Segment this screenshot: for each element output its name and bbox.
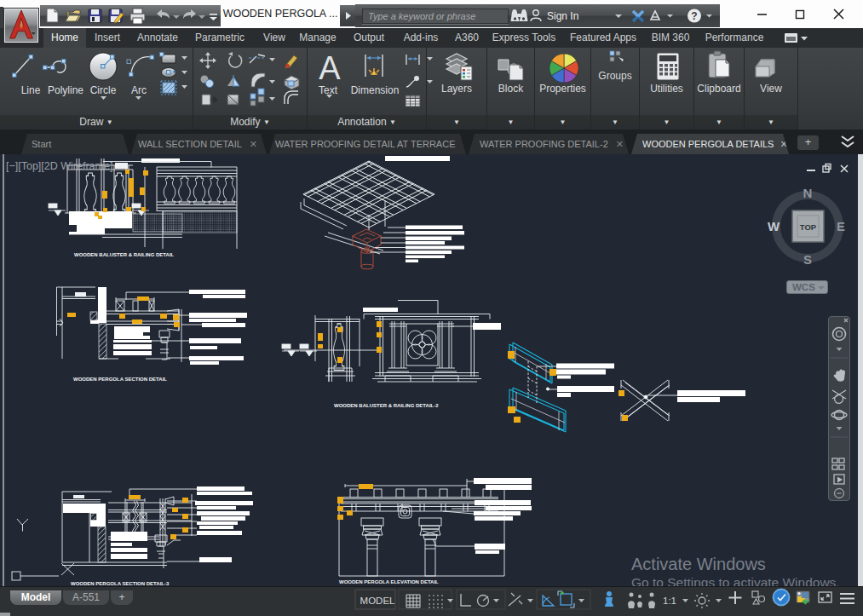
svg-text:W: W: [768, 219, 780, 233]
svg-text:N: N: [803, 186, 813, 200]
svg-text:WOODEN BALUSTER & RAILING DETA: WOODEN BALUSTER & RAILING DETAIL-2: [334, 403, 439, 408]
svg-text:WOODEN BALUSTER & RAILING DETA: WOODEN BALUSTER & RAILING DETAIL: [74, 252, 175, 257]
svg-text:Sign In: Sign In: [547, 10, 578, 22]
svg-text:E: E: [837, 219, 845, 233]
svg-text:?: ?: [691, 10, 697, 22]
svg-text:WOODEN PERGOLA SECTION DETAIL: WOODEN PERGOLA SECTION DETAIL: [73, 377, 167, 382]
svg-text:TOP: TOP: [800, 222, 817, 232]
svg-text:1:1: 1:1: [663, 596, 676, 606]
svg-text:MODEL: MODEL: [360, 596, 396, 606]
svg-text:S: S: [803, 252, 812, 267]
svg-text:A: A: [319, 50, 341, 86]
svg-text:WOODEN PERGOLA ELEVATION DETAI: WOODEN PERGOLA ELEVATION DETAIL: [339, 579, 439, 584]
